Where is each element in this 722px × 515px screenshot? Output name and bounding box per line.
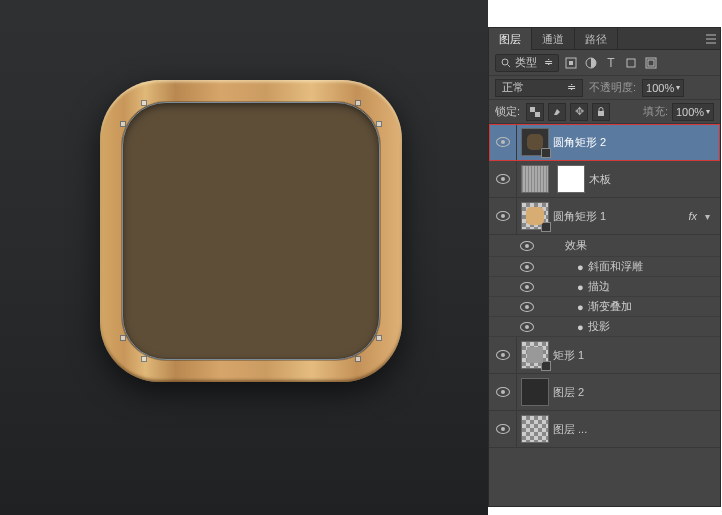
layer-row[interactable]: 图层 2: [489, 374, 720, 411]
fx-badge[interactable]: fx: [688, 210, 697, 222]
shape-badge-icon: [541, 361, 551, 371]
svg-rect-8: [535, 112, 540, 117]
fill-label: 填充:: [643, 104, 668, 119]
effect-name: 投影: [588, 319, 610, 334]
layer-name[interactable]: 圆角矩形 1: [553, 209, 688, 224]
chevron-down-icon: ▾: [676, 83, 680, 92]
filter-pixel-icon[interactable]: [563, 55, 579, 71]
layer-thumbnail[interactable]: [521, 415, 549, 443]
lock-all-icon[interactable]: [592, 103, 610, 121]
effect-name: 斜面和浮雕: [588, 259, 643, 274]
effect-item[interactable]: ●渐变叠加: [489, 297, 720, 317]
visibility-toggle[interactable]: [517, 277, 537, 297]
layer-row[interactable]: 矩形 1: [489, 337, 720, 374]
eye-icon: [496, 174, 510, 184]
lock-row: 锁定: ✥ 填充: 100% ▾: [489, 100, 720, 124]
chevron-down-icon[interactable]: ▾: [701, 211, 714, 222]
lock-position-icon[interactable]: ✥: [570, 103, 588, 121]
effects-group: 效果 ●斜面和浮雕 ●描边 ●渐变叠加 ●投影: [489, 235, 720, 337]
visibility-toggle[interactable]: [489, 411, 517, 447]
opacity-label: 不透明度:: [589, 80, 636, 95]
visibility-toggle[interactable]: [489, 374, 517, 410]
visibility-toggle[interactable]: [489, 124, 517, 160]
eye-icon: [520, 322, 534, 332]
layer-name[interactable]: 木板: [589, 172, 714, 187]
chevron-down-icon: ≑: [567, 81, 576, 94]
eye-icon: [520, 241, 534, 251]
filter-label: 类型: [515, 55, 537, 70]
visibility-toggle[interactable]: [517, 297, 537, 317]
tab-layers[interactable]: 图层: [489, 28, 532, 50]
layer-thumbnail[interactable]: [521, 378, 549, 406]
effect-item[interactable]: ●投影: [489, 317, 720, 337]
lock-transparency-icon[interactable]: [526, 103, 544, 121]
layers-list: 圆角矩形 2 木板 圆角矩形 1 fx ▾ 效果 ●斜面和浮雕 ●描边 ●渐变叠…: [489, 124, 720, 448]
visibility-toggle[interactable]: [517, 317, 537, 337]
canvas[interactable]: [0, 0, 488, 515]
layer-row[interactable]: 圆角矩形 2: [489, 124, 720, 161]
chevron-down-icon: ▾: [706, 107, 710, 116]
svg-rect-7: [530, 107, 535, 112]
fill-field[interactable]: 100% ▾: [672, 103, 714, 121]
layer-thumbnail[interactable]: [521, 202, 549, 230]
layer-thumbnail[interactable]: [521, 128, 549, 156]
effect-item[interactable]: ●斜面和浮雕: [489, 257, 720, 277]
svg-point-0: [502, 59, 508, 65]
layer-row[interactable]: 图层 ...: [489, 411, 720, 448]
effect-name: 渐变叠加: [588, 299, 632, 314]
svg-rect-4: [627, 59, 635, 67]
layer-name[interactable]: 图层 ...: [553, 422, 714, 437]
eye-icon: [496, 137, 510, 147]
layer-name[interactable]: 图层 2: [553, 385, 714, 400]
blend-mode-dropdown[interactable]: 正常 ≑: [495, 79, 583, 97]
layer-thumbnail[interactable]: [521, 165, 549, 193]
layer-row[interactable]: 圆角矩形 1 fx ▾: [489, 198, 720, 235]
shape-badge-icon: [541, 148, 551, 158]
layer-mask-thumbnail[interactable]: [557, 165, 585, 193]
eye-icon: [496, 350, 510, 360]
lock-label: 锁定:: [495, 104, 520, 119]
layer-row[interactable]: 木板: [489, 161, 720, 198]
panel-menu-icon[interactable]: [702, 28, 720, 49]
eye-icon: [520, 302, 534, 312]
visibility-toggle[interactable]: [517, 235, 537, 257]
visibility-toggle[interactable]: [489, 198, 517, 234]
svg-rect-6: [648, 60, 654, 66]
filter-row: 类型 ≑ T: [489, 50, 720, 76]
layers-panel: 图层 通道 路径 类型 ≑ T 正常 ≑ 不透明度: 100% ▾ 锁定:: [488, 27, 721, 507]
layer-name[interactable]: 圆角矩形 2: [553, 135, 714, 150]
filter-smart-icon[interactable]: [643, 55, 659, 71]
eye-icon: [520, 282, 534, 292]
layer-thumbnail[interactable]: [521, 341, 549, 369]
blend-row: 正常 ≑ 不透明度: 100% ▾: [489, 76, 720, 100]
effects-header[interactable]: 效果: [489, 235, 720, 257]
panel-tabs: 图层 通道 路径: [489, 28, 720, 50]
artwork: [100, 80, 402, 382]
filter-type-dropdown[interactable]: 类型 ≑: [495, 54, 559, 72]
tab-channels[interactable]: 通道: [532, 28, 575, 50]
blend-mode-value: 正常: [502, 80, 524, 95]
filter-adjustment-icon[interactable]: [583, 55, 599, 71]
fill-value: 100%: [676, 106, 704, 118]
effect-name: 描边: [588, 279, 610, 294]
eye-icon: [496, 424, 510, 434]
lock-pixels-icon[interactable]: [548, 103, 566, 121]
search-icon: [501, 58, 511, 68]
layer-name[interactable]: 矩形 1: [553, 348, 714, 363]
filter-shape-icon[interactable]: [623, 55, 639, 71]
tab-paths[interactable]: 路径: [575, 28, 618, 50]
visibility-toggle[interactable]: [489, 161, 517, 197]
opacity-value: 100%: [646, 82, 674, 94]
effect-item[interactable]: ●描边: [489, 277, 720, 297]
shape-badge-icon: [541, 222, 551, 232]
svg-rect-2: [569, 61, 573, 65]
visibility-toggle[interactable]: [489, 337, 517, 373]
effects-label: 效果: [565, 238, 587, 253]
eye-icon: [496, 211, 510, 221]
chevron-down-icon: ≑: [544, 56, 553, 69]
filter-type-icon[interactable]: T: [603, 55, 619, 71]
svg-rect-9: [598, 111, 604, 116]
opacity-field[interactable]: 100% ▾: [642, 79, 684, 97]
eye-icon: [496, 387, 510, 397]
visibility-toggle[interactable]: [517, 257, 537, 277]
